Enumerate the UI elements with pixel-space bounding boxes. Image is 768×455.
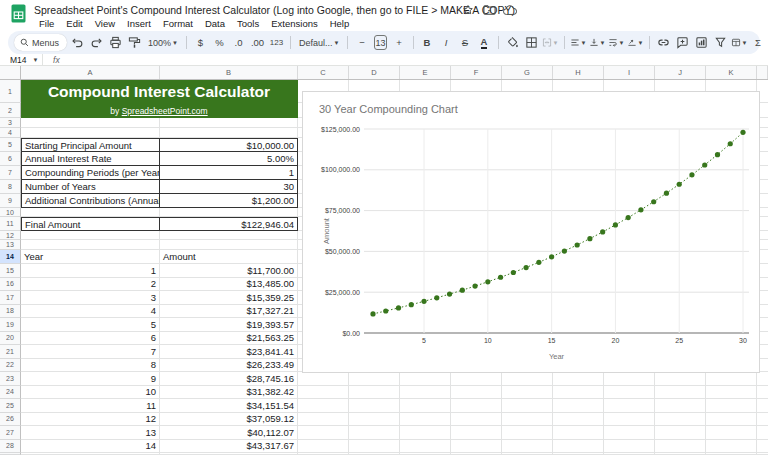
grid-cell[interactable] bbox=[21, 118, 160, 128]
row-header-20[interactable]: 20 bbox=[0, 332, 21, 346]
grid-cell[interactable] bbox=[21, 208, 160, 217]
font-family-select[interactable]: Defaul...▼ bbox=[296, 38, 342, 48]
text-wrap-button[interactable]: ▼ bbox=[608, 34, 625, 52]
grid-cell[interactable] bbox=[604, 372, 655, 386]
input-label-cell[interactable]: Additional Contributions (Annual) bbox=[21, 194, 160, 208]
row-header-25[interactable]: 25 bbox=[0, 399, 21, 413]
grid-cell[interactable] bbox=[349, 426, 400, 440]
year-value-cell[interactable]: 7 bbox=[21, 345, 160, 359]
amount-value-cell[interactable]: $28,745.16 bbox=[160, 372, 298, 386]
grid-cell[interactable] bbox=[706, 399, 757, 413]
grid-cell[interactable] bbox=[298, 426, 349, 440]
grid-cell[interactable] bbox=[160, 118, 298, 128]
insert-comment-button[interactable] bbox=[674, 34, 691, 52]
create-filter-button[interactable] bbox=[712, 34, 729, 52]
row-header-12[interactable]: 12 bbox=[0, 231, 21, 240]
bold-button[interactable]: B bbox=[419, 34, 436, 52]
column-header-C[interactable]: C bbox=[298, 66, 349, 79]
row-header-7[interactable]: 7 bbox=[0, 166, 21, 180]
vertical-align-button[interactable]: ▼ bbox=[589, 34, 606, 52]
grid-cell[interactable] bbox=[553, 426, 604, 440]
increase-decimal-button[interactable]: .00 bbox=[249, 34, 266, 52]
grid-cell[interactable] bbox=[502, 372, 553, 386]
row-header-4[interactable]: 4 bbox=[0, 128, 21, 138]
grid-cell[interactable] bbox=[349, 372, 400, 386]
year-value-cell[interactable]: 9 bbox=[21, 372, 160, 386]
menus-search-button[interactable]: Menus bbox=[14, 34, 67, 51]
amount-value-cell[interactable]: $37,059.12 bbox=[160, 413, 298, 427]
grid-cell[interactable] bbox=[451, 426, 502, 440]
grid-cell[interactable] bbox=[757, 426, 768, 440]
amount-value-cell[interactable]: $15,359.25 bbox=[160, 291, 298, 305]
grid-cell[interactable] bbox=[298, 372, 349, 386]
menu-edit[interactable]: Edit bbox=[60, 17, 88, 30]
merge-cells-button[interactable]: ▼ bbox=[542, 34, 559, 52]
row-header-11[interactable]: 11 bbox=[0, 217, 21, 231]
document-title[interactable]: Spreadsheet Point's Compound Interest Ca… bbox=[34, 4, 515, 16]
amount-value-cell[interactable]: $19,393.57 bbox=[160, 318, 298, 332]
amount-value-cell[interactable]: $43,317.67 bbox=[160, 440, 298, 454]
grid-cell[interactable] bbox=[451, 440, 502, 454]
grid-cell[interactable] bbox=[502, 386, 553, 400]
column-header-K[interactable]: K bbox=[706, 66, 757, 79]
print-button[interactable] bbox=[107, 34, 124, 52]
strikethrough-button[interactable]: S bbox=[457, 34, 474, 52]
amount-value-cell[interactable]: $40,112.07 bbox=[160, 426, 298, 440]
italic-button[interactable]: I bbox=[438, 34, 455, 52]
grid-cell[interactable] bbox=[502, 440, 553, 454]
year-value-cell[interactable]: 11 bbox=[21, 399, 160, 413]
decrease-font-size-button[interactable]: − bbox=[353, 34, 370, 52]
grid-cell[interactable] bbox=[298, 440, 349, 454]
column-header-J[interactable]: J bbox=[655, 66, 706, 79]
zoom-select[interactable]: 100%▼ bbox=[145, 38, 181, 48]
menu-view[interactable]: View bbox=[89, 17, 121, 30]
grid-cell[interactable] bbox=[757, 440, 768, 454]
star-icon[interactable] bbox=[461, 3, 475, 17]
grid-cell[interactable] bbox=[655, 440, 706, 454]
input-label-cell[interactable]: Compounding Periods (per Year) bbox=[21, 166, 160, 180]
row-header-13[interactable]: 13 bbox=[0, 240, 21, 250]
insert-table-button[interactable]: ▼ bbox=[731, 34, 748, 52]
amount-value-cell[interactable]: $26,233.49 bbox=[160, 359, 298, 373]
grid-cell[interactable] bbox=[349, 399, 400, 413]
grid-cell[interactable] bbox=[553, 440, 604, 454]
fill-color-button[interactable] bbox=[504, 34, 521, 52]
grid-cell[interactable] bbox=[400, 372, 451, 386]
amount-value-cell[interactable]: $13,485.00 bbox=[160, 278, 298, 292]
font-size-input[interactable]: 13 bbox=[374, 35, 386, 50]
more-formats-button[interactable]: 123 bbox=[268, 34, 285, 52]
amount-value-cell[interactable]: $34,151.54 bbox=[160, 399, 298, 413]
year-value-cell[interactable]: 6 bbox=[21, 332, 160, 346]
grid-cell[interactable] bbox=[451, 413, 502, 427]
row-header-15[interactable]: 15 bbox=[0, 264, 21, 278]
year-value-cell[interactable]: 8 bbox=[21, 359, 160, 373]
move-folder-icon[interactable] bbox=[482, 3, 496, 17]
row-header-24[interactable]: 24 bbox=[0, 386, 21, 400]
embedded-chart[interactable]: 30 Year Compounding Chart$0.00$25,000.00… bbox=[302, 91, 760, 373]
row-header-19[interactable]: 19 bbox=[0, 318, 21, 332]
grid-cell[interactable] bbox=[706, 413, 757, 427]
grid-cell[interactable] bbox=[21, 231, 160, 240]
column-header-A[interactable]: A bbox=[21, 66, 160, 79]
column-header-G[interactable]: G bbox=[502, 66, 553, 79]
grid-cell[interactable] bbox=[160, 231, 298, 240]
row-header-28[interactable]: 28 bbox=[0, 440, 21, 454]
grid-cell[interactable] bbox=[21, 128, 160, 138]
row-header-5[interactable]: 5 bbox=[0, 138, 21, 152]
calculator-title-cell[interactable]: Compound Interest Calculator bbox=[21, 80, 298, 103]
grid-cell[interactable] bbox=[604, 399, 655, 413]
menu-extensions[interactable]: Extensions bbox=[265, 17, 323, 30]
final-amount-value-cell[interactable]: $122,946.04 bbox=[160, 217, 298, 231]
row-header-18[interactable]: 18 bbox=[0, 305, 21, 319]
row-header-23[interactable]: 23 bbox=[0, 372, 21, 386]
row-header-21[interactable]: 21 bbox=[0, 345, 21, 359]
horizontal-align-button[interactable]: ▼ bbox=[570, 34, 587, 52]
row-header-2[interactable]: 2 bbox=[0, 103, 21, 118]
format-percent-button[interactable]: % bbox=[211, 34, 228, 52]
grid-cell[interactable] bbox=[160, 128, 298, 138]
amount-header-cell[interactable]: Amount bbox=[160, 250, 298, 264]
year-value-cell[interactable]: 12 bbox=[21, 413, 160, 427]
column-header-I[interactable]: I bbox=[604, 66, 655, 79]
grid-cell[interactable] bbox=[706, 426, 757, 440]
year-value-cell[interactable]: 14 bbox=[21, 440, 160, 454]
